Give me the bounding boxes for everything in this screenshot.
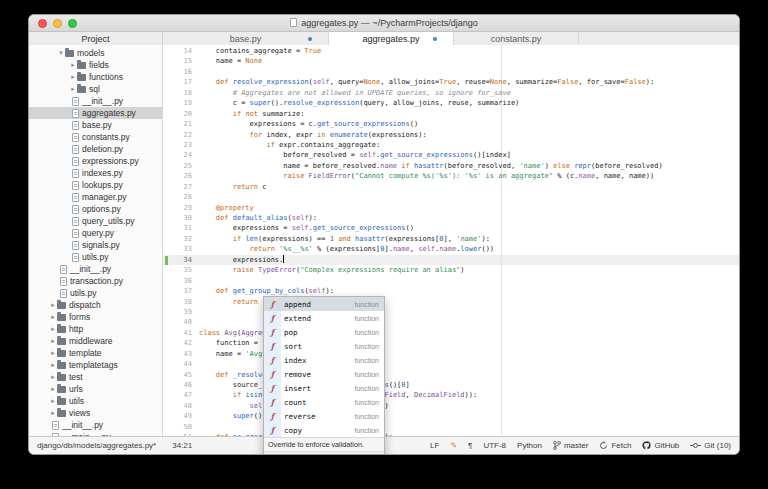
tree-item-lookups-py[interactable]: lookups.py: [29, 179, 162, 191]
tree-item-sql[interactable]: ▸sql: [29, 83, 162, 95]
line-number[interactable]: 15: [163, 56, 197, 66]
tree-item-models[interactable]: ▾models: [29, 47, 162, 59]
tree-item-utils[interactable]: ▸utils: [29, 395, 162, 407]
chevron-right-icon[interactable]: ▸: [49, 359, 57, 371]
completion-item-extend[interactable]: ƒextendfunction: [264, 311, 384, 325]
line-number[interactable]: 24: [163, 150, 197, 160]
completion-item-append[interactable]: ƒappendfunction: [264, 297, 384, 311]
tree-item-fields[interactable]: ▸fields: [29, 59, 162, 71]
code-line-24[interactable]: before_resolved = self.get_source_expres…: [199, 150, 739, 160]
chevron-right-icon[interactable]: ▸: [69, 83, 77, 95]
chevron-right-icon[interactable]: ▸: [49, 383, 57, 395]
line-number[interactable]: 37: [163, 286, 197, 296]
completion-item-insert[interactable]: ƒinsertfunction: [264, 381, 384, 395]
line-number[interactable]: 29: [163, 203, 197, 213]
code-line-37[interactable]: def get_group_by_cols(self):: [199, 286, 739, 296]
minimize-button[interactable]: [53, 19, 62, 28]
tree-item-forms[interactable]: ▸forms: [29, 311, 162, 323]
completion-item-index[interactable]: ƒindexfunction: [264, 353, 384, 367]
chevron-right-icon[interactable]: ▸: [49, 371, 57, 383]
line-number[interactable]: 21: [163, 119, 197, 129]
line-number[interactable]: 35: [163, 265, 197, 275]
line-number[interactable]: 31: [163, 223, 197, 233]
line-number[interactable]: 50: [163, 422, 197, 432]
line-number-gutter[interactable]: 1415161718192021222324252627282930313233…: [163, 46, 197, 436]
tree-item-test[interactable]: ▸test: [29, 371, 162, 383]
code-line-23[interactable]: if expr.contains_aggregate:: [199, 140, 739, 150]
code-line-25[interactable]: name = before_resolved.name if hasattr(b…: [199, 161, 739, 171]
zoom-button[interactable]: [68, 19, 77, 28]
status-widget-pen-icon[interactable]: ✎: [450, 441, 457, 450]
line-number[interactable]: 51: [163, 432, 197, 436]
line-number[interactable]: 39: [163, 307, 197, 317]
line-number[interactable]: 32: [163, 234, 197, 244]
status-widget-git-10-[interactable]: Git (10): [690, 441, 731, 450]
tree-item-template[interactable]: ▸template: [29, 347, 162, 359]
tree-item-views[interactable]: ▸views: [29, 407, 162, 419]
code-line-22[interactable]: for index, expr in enumerate(expressions…: [199, 130, 739, 140]
chevron-right-icon[interactable]: ▸: [69, 59, 77, 71]
line-number[interactable]: 28: [163, 192, 197, 202]
line-number[interactable]: 27: [163, 182, 197, 192]
code-line-28[interactable]: [199, 192, 739, 202]
tree-item-__init__-py[interactable]: __init__.py: [29, 95, 162, 107]
line-number[interactable]: 41: [163, 328, 197, 338]
line-number[interactable]: 47: [163, 390, 197, 400]
chevron-right-icon[interactable]: ▸: [49, 311, 57, 323]
tree-item-dispatch[interactable]: ▸dispatch: [29, 299, 162, 311]
status-widget-paragraph-icon[interactable]: ¶: [468, 441, 472, 450]
line-number[interactable]: 44: [163, 359, 197, 369]
line-number[interactable]: 19: [163, 98, 197, 108]
line-number[interactable]: 48: [163, 401, 197, 411]
line-number[interactable]: 16: [163, 67, 197, 77]
code-line-20[interactable]: if not summarize:: [199, 109, 739, 119]
tree-item-query_utils-py[interactable]: query_utils.py: [29, 215, 162, 227]
code-editor[interactable]: 1415161718192021222324252627282930313233…: [163, 45, 739, 436]
line-number[interactable]: 34: [163, 255, 197, 265]
project-panel-header[interactable]: Project: [29, 32, 163, 45]
line-number[interactable]: 20: [163, 109, 197, 119]
tree-item-middleware[interactable]: ▸middleware: [29, 335, 162, 347]
tree-item-templatetags[interactable]: ▸templatetags: [29, 359, 162, 371]
status-widget-fetch[interactable]: Fetch: [599, 441, 631, 450]
line-number[interactable]: 30: [163, 213, 197, 223]
editor-tab-aggregates-py[interactable]: aggregates.py: [329, 32, 454, 45]
tree-item-manager-py[interactable]: manager.py: [29, 191, 162, 203]
tree-item-__init__-py[interactable]: __init__.py: [29, 419, 162, 431]
tree-item-constants-py[interactable]: constants.py: [29, 131, 162, 143]
completion-item-sort[interactable]: ƒsortfunction: [264, 339, 384, 353]
editor-tab-base-py[interactable]: base.py: [163, 32, 329, 45]
tree-item-functions[interactable]: ▸functions: [29, 71, 162, 83]
caret-position-widget[interactable]: 34:21: [172, 441, 192, 450]
status-widget-utf-8[interactable]: UTF-8: [483, 441, 506, 450]
status-widget-python[interactable]: Python: [517, 441, 542, 450]
line-number[interactable]: 17: [163, 77, 197, 87]
chevron-right-icon[interactable]: ▸: [49, 407, 57, 419]
tree-item-base-py[interactable]: base.py: [29, 119, 162, 131]
completion-item-remove[interactable]: ƒremovefunction: [264, 367, 384, 381]
line-number[interactable]: 45: [163, 370, 197, 380]
code-line-29[interactable]: @property: [199, 203, 739, 213]
code-line-14[interactable]: contains_aggregate = True: [199, 46, 739, 56]
code-line-33[interactable]: return '%s__%s' % (expressions[0].name, …: [199, 244, 739, 254]
code-line-17[interactable]: def resolve_expression(self, query=None,…: [199, 77, 739, 87]
completion-item-copy[interactable]: ƒcopyfunction: [264, 423, 384, 437]
line-number[interactable]: 38: [163, 297, 197, 307]
chevron-right-icon[interactable]: ▸: [49, 323, 57, 335]
code-line-26[interactable]: raise FieldError("Cannot compute %s('%s'…: [199, 171, 739, 181]
code-line-15[interactable]: name = None: [199, 56, 739, 66]
line-number[interactable]: 40: [163, 317, 197, 327]
line-number[interactable]: 25: [163, 161, 197, 171]
tree-item-http[interactable]: ▸http: [29, 323, 162, 335]
line-number[interactable]: 23: [163, 140, 197, 150]
chevron-right-icon[interactable]: ▸: [49, 335, 57, 347]
status-widget-lf[interactable]: LF: [430, 441, 439, 450]
line-number[interactable]: 33: [163, 244, 197, 254]
code-line-30[interactable]: def default_alias(self):: [199, 213, 739, 223]
editor-tab-constants-py[interactable]: constants.py: [454, 32, 579, 45]
code-line-32[interactable]: if len(expressions) == 1 and hasattr(exp…: [199, 234, 739, 244]
status-widget-github[interactable]: GitHub: [642, 441, 679, 450]
line-number[interactable]: 14: [163, 46, 197, 56]
tree-item-expressions-py[interactable]: expressions.py: [29, 155, 162, 167]
chevron-right-icon[interactable]: ▸: [49, 299, 57, 311]
